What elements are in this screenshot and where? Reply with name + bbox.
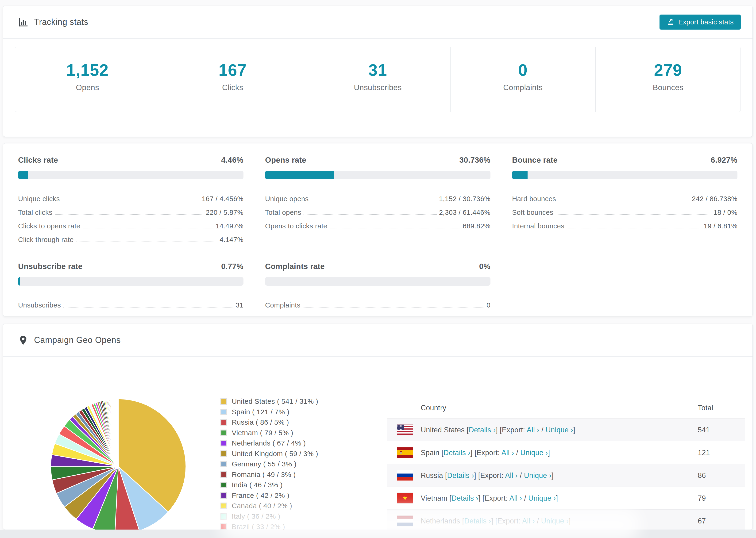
legend-label: India ( 46 / 3% ): [232, 481, 283, 489]
metric-row-total-opens: Total opens 2,303 / 61.446%: [265, 203, 490, 216]
rate-header: Clicks rate 4.46%: [18, 156, 243, 165]
metric-value: 31: [236, 301, 243, 309]
rate-header: Complaints rate 0%: [265, 262, 490, 271]
tracking-stats-body: 1,152 Opens167 Clicks31 Unsubscribes0 Co…: [3, 39, 752, 112]
rate-progress-fill: [265, 171, 334, 179]
metric-label: Clicks to opens rate: [18, 222, 80, 230]
details-link-russia[interactable]: Details ›: [447, 471, 474, 479]
dotted-leader: [55, 214, 203, 215]
dotted-leader: [311, 201, 437, 201]
legend-swatch: [220, 471, 227, 478]
rate-progress-track: [512, 171, 737, 179]
legend-label: France ( 42 / 2% ): [232, 492, 290, 500]
metric-label: Total clicks: [18, 208, 52, 216]
details-link-united-states[interactable]: Details ›: [469, 426, 496, 434]
tracking-stats-header: Tracking stats Export basic stats: [3, 6, 752, 39]
pie-slice-other[interactable]: [118, 399, 118, 466]
geo-table-header: Country Total: [387, 397, 745, 418]
panel-title: Tracking stats: [34, 17, 88, 27]
rate-metrics: Unique opens 1,152 / 30.736% Total opens…: [265, 189, 490, 230]
stat-label: Unsubscribes: [305, 83, 450, 92]
metric-value: 1,152 / 30.736%: [439, 195, 490, 203]
flag-icon-ru: [397, 470, 413, 481]
stat-value: 279: [596, 62, 740, 79]
legend-label: Netherlands ( 67 / 4% ): [232, 439, 306, 447]
stat-value: 31: [305, 62, 450, 79]
dotted-leader: [82, 228, 213, 228]
details-link-spain[interactable]: Details ›: [444, 449, 470, 457]
stat-card-bounces: 279 Bounces: [596, 47, 740, 112]
legend-swatch: [220, 482, 227, 488]
rate-block-unsubscribe-rate: Unsubscribe rate 0.77% Unsubscribes 31: [18, 262, 243, 309]
dotted-leader: [556, 214, 711, 215]
rate-progress-fill: [18, 171, 28, 179]
rate-progress-fill: [512, 171, 527, 179]
campaign-geo-opens-panel: Campaign Geo Opens United States ( 541 /…: [3, 324, 753, 530]
legend-label: Spain ( 121 / 7% ): [232, 408, 290, 416]
metric-label: Soft bounces: [512, 208, 553, 216]
metric-row-opens-to-clicks-rate: Opens to clicks rate 689.82%: [265, 216, 490, 230]
export-all-link-vietnam[interactable]: All ›: [510, 494, 522, 502]
dotted-leader: [63, 307, 233, 307]
metric-row-soft-bounces: Soft bounces 18 / 0%: [512, 203, 737, 216]
country-cell: United States [Details ›] [Export: All ›…: [387, 426, 698, 434]
export-all-link-spain[interactable]: All ›: [502, 449, 514, 457]
metric-value: 2,303 / 61.446%: [439, 208, 490, 216]
metric-row-clicks-to-opens-rate: Clicks to opens rate 14.497%: [18, 216, 243, 230]
stat-value: 0: [451, 62, 595, 79]
metric-row-total-clicks: Total clicks 220 / 5.87%: [18, 203, 243, 216]
rate-title: Bounce rate: [512, 156, 558, 165]
total-cell: 67: [698, 517, 745, 525]
legend-item-spain: Spain ( 121 / 7% ): [220, 407, 318, 417]
legend-item-vietnam: Vietnam ( 79 / 5% ): [220, 428, 318, 438]
rate-value: 6.927%: [711, 156, 737, 165]
legend-label: Vietnam ( 79 / 5% ): [232, 429, 293, 437]
metric-value: 18 / 0%: [714, 208, 737, 216]
export-unique-link-spain[interactable]: Unique ›: [520, 449, 548, 457]
bar-chart-icon: [18, 17, 28, 27]
dotted-leader: [330, 228, 460, 228]
rate-metrics: Complaints 0: [265, 296, 490, 309]
rates-panel: Clicks rate 4.46% Unique clicks 167 / 4.…: [3, 143, 753, 316]
legend-label: United States ( 541 / 31% ): [232, 398, 318, 405]
geo-table-row-vietnam: Vietnam [Details ›] [Export: All › / Uni…: [387, 487, 745, 510]
rate-value: 0.77%: [221, 262, 243, 271]
dotted-leader: [303, 214, 436, 215]
geo-table-row-united-states: United States [Details ›] [Export: All ›…: [387, 418, 745, 441]
rate-progress-track: [265, 277, 490, 286]
export-all-link-russia[interactable]: All ›: [505, 471, 518, 479]
metric-label: Hard bounces: [512, 195, 556, 203]
rate-header: Opens rate 30.736%: [265, 156, 490, 165]
country-name: Spain: [421, 449, 440, 457]
legend-item-germany: Germany ( 55 / 3% ): [220, 459, 318, 469]
metric-label: Opens to clicks rate: [265, 222, 327, 230]
total-cell: 86: [698, 471, 745, 480]
geo-opens-pie-chart: [46, 394, 190, 530]
rates-grid: Clicks rate 4.46% Unique clicks 167 / 4.…: [3, 143, 752, 321]
country-name: United States: [421, 426, 465, 434]
export-unique-link-russia[interactable]: Unique ›: [524, 471, 552, 479]
export-icon: [667, 17, 675, 27]
export-all-link-united-states[interactable]: All ›: [527, 426, 539, 434]
stat-label: Opens: [15, 83, 160, 92]
legend-swatch: [220, 398, 227, 405]
metric-value: 167 / 4.456%: [202, 195, 243, 203]
export-unique-link-united-states[interactable]: Unique ›: [546, 426, 573, 434]
metric-label: Unsubscribes: [18, 301, 61, 309]
legend-swatch: [220, 492, 227, 499]
rate-title: Unsubscribe rate: [18, 262, 82, 271]
metric-label: Unique opens: [265, 195, 309, 203]
metric-value: 14.497%: [216, 222, 243, 230]
stat-card-complaints: 0 Complaints: [451, 47, 596, 112]
metric-row-hard-bounces: Hard bounces 242 / 86.738%: [512, 189, 737, 203]
flag-icon-es: [397, 447, 413, 458]
rate-metrics: Hard bounces 242 / 86.738% Soft bounces …: [512, 189, 737, 230]
details-link-vietnam[interactable]: Details ›: [452, 494, 478, 502]
export-basic-stats-button[interactable]: Export basic stats: [660, 15, 741, 29]
export-unique-link-vietnam[interactable]: Unique ›: [528, 494, 556, 502]
metric-value: 242 / 86.738%: [692, 195, 737, 203]
dotted-leader: [76, 242, 217, 242]
dotted-leader: [62, 201, 199, 201]
legend-label: Romania ( 49 / 3% ): [232, 471, 296, 479]
metric-label: Complaints: [265, 301, 300, 309]
